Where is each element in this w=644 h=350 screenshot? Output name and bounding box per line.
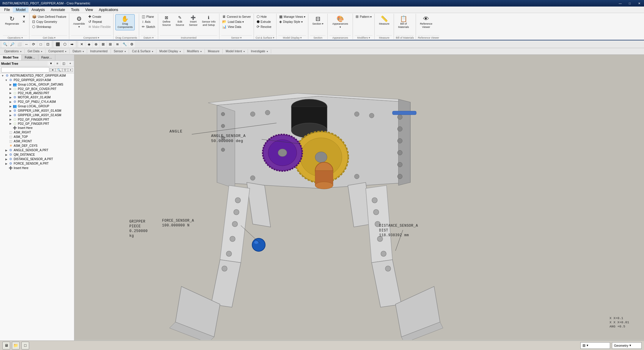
close-button[interactable]: ✕: [634, 0, 644, 7]
expand-hub[interactable]: ▶: [8, 92, 12, 94]
hole-button[interactable]: ⬡ Hole: [256, 14, 272, 19]
edit-source-button[interactable]: ✎ EditSource: [173, 14, 186, 28]
section-label-sensor[interactable]: Sensor ▾: [111, 49, 129, 53]
expand-qm[interactable]: ▶: [4, 153, 8, 156]
copy-geometry-button[interactable]: ⊡ Copy Geometry: [31, 19, 67, 24]
section-label-get-data[interactable]: Get Data ▾: [25, 49, 45, 53]
tree-item-force-sensor[interactable]: ▶ ⚙ FORCE_SENSOR_A.PRT: [0, 161, 74, 166]
datum-display-btn[interactable]: ⊕: [93, 41, 99, 48]
drag-components-button[interactable]: ✋ DragComponents: [115, 14, 135, 30]
plane-button[interactable]: ◫ Plane: [141, 14, 156, 19]
sidebar-tab-favorites[interactable]: Favor…: [38, 55, 55, 60]
section-label-modifiers[interactable]: Modifiers ▾: [184, 49, 205, 53]
tree-item-asm-csys[interactable]: ✳ ASM_DEF_CSYS: [0, 144, 74, 148]
tree-item-pneu[interactable]: ▶ ⚙ PD2_GP_PNEU_CYL4.ASM: [0, 100, 74, 104]
wireframe-btn[interactable]: ⊡: [45, 41, 51, 48]
tree-item-hub[interactable]: ▶ □ PD2_HUB_AM250.PRT: [0, 91, 74, 95]
tree-item-box-cover[interactable]: ▶ □ PD2_GP_BOX_COVER.PRT: [0, 87, 74, 91]
connect-to-server-button[interactable]: 🖥 Connect to Server: [221, 14, 252, 19]
repeat-button[interactable]: ↺ Repeat: [87, 19, 112, 24]
component-display-btn[interactable]: ⊞: [107, 41, 114, 48]
section-label-operations[interactable]: Operations ▾: [1, 49, 25, 53]
minimize-button[interactable]: —: [615, 0, 625, 7]
pan-btn[interactable]: ↔: [23, 41, 30, 48]
tree-item-finger1[interactable]: ▶ □ PD2_GP_FINGER.PRT: [0, 117, 74, 122]
create-button[interactable]: ✚ Create: [87, 14, 112, 19]
status-btn-folder[interactable]: 📁: [12, 342, 20, 349]
status-btn-window[interactable]: □: [21, 342, 29, 349]
manage-views-button[interactable]: ▦ Manage Views ▾: [278, 14, 306, 19]
shaded-btn[interactable]: ⬛: [54, 41, 61, 48]
settings-btn[interactable]: ⚙: [128, 41, 135, 48]
user-defined-feature-button[interactable]: 📦 User-Defined Feature: [31, 14, 67, 19]
view-data-button[interactable]: 📊 View Data: [221, 24, 252, 29]
camera-dropdown[interactable]: ▥ ▾: [580, 342, 610, 349]
section-label-component[interactable]: Component ▾: [45, 49, 70, 53]
menu-annotate[interactable]: Annotate: [48, 7, 68, 12]
expand-link1[interactable]: ▶: [8, 109, 12, 112]
tree-item-angle-sensor[interactable]: ▶ ⚙ ANGLE_SENSOR_A.PRT: [0, 148, 74, 152]
section-label-model-display[interactable]: Model Display ▾: [156, 49, 184, 53]
no-hidden-btn[interactable]: ➡: [69, 41, 75, 48]
expand-box[interactable]: ▶: [8, 87, 12, 90]
expand-distance[interactable]: ▶: [4, 158, 8, 161]
axis-button[interactable]: ↕ Axis: [141, 19, 156, 24]
sketch-button[interactable]: ✏ Sketch: [141, 24, 156, 29]
model-tree[interactable]: ▼ ⚙ INSTRUMENTED_PBOT_GRIPPER.ASM ▼ ⚙ PD…: [0, 73, 74, 340]
menu-tools[interactable]: Tools: [68, 7, 82, 12]
expand-datums[interactable]: ▶: [8, 83, 12, 86]
expand-local[interactable]: ▶: [8, 105, 12, 108]
tree-item-qm-distance[interactable]: ▶ ⚙ QM_DISTANCE: [0, 152, 74, 157]
regenerate-button[interactable]: ↻ Regenerate: [3, 14, 21, 27]
section-label-cut-surface[interactable]: Cut & Surface ▾: [129, 49, 156, 53]
appearances-button[interactable]: 🎨 Appearances ▾: [329, 14, 351, 30]
rotate-btn[interactable]: ⟳: [30, 41, 37, 48]
make-flexible-button[interactable]: ≋ Make Flexible: [87, 24, 112, 29]
window-controls[interactable]: — □ ✕: [615, 0, 644, 7]
menu-view[interactable]: View: [82, 7, 96, 12]
pattern-button[interactable]: ⊞ Pattern ▾: [355, 14, 373, 19]
extrude-button[interactable]: ⬢ Extrude: [256, 19, 272, 24]
expand-finger1[interactable]: ▶: [8, 118, 12, 121]
display-style-btn2[interactable]: ◈: [86, 41, 92, 48]
assemble-button[interactable]: ⚙ Assemble ▼: [71, 14, 87, 30]
tree-columns-btn[interactable]: ≡: [55, 61, 60, 66]
tree-filter-btn2[interactable]: ▽: [62, 68, 68, 72]
tree-item-asm-front[interactable]: ◫ ASM_FRONT: [0, 139, 74, 144]
constraints-btn[interactable]: ≋: [114, 41, 121, 48]
tree-item-root[interactable]: ▼ ⚙ INSTRUMENTED_PBOT_GRIPPER.ASM: [0, 73, 74, 78]
tree-settings-btn[interactable]: ▼: [48, 61, 54, 66]
menu-model[interactable]: Model: [13, 7, 29, 12]
define-source-button[interactable]: ⊠ DefineSource: [160, 14, 173, 28]
tree-search-button[interactable]: ✕: [50, 68, 55, 72]
status-btn-monitor[interactable]: 🖥: [2, 342, 10, 349]
menu-analysis[interactable]: Analysis: [29, 7, 48, 12]
tree-add-btn2[interactable]: +: [68, 68, 73, 72]
section-label-measure[interactable]: Measure: [205, 49, 223, 53]
display-style-button[interactable]: ◈ Display Style ▾: [278, 19, 306, 24]
tree-item-gripper-link1[interactable]: ▶ ⚙ GRIPPER_LINK_ASSY_01.ASM: [0, 108, 74, 113]
zoom-in-btn[interactable]: 🔍: [2, 41, 8, 48]
annotation-btn[interactable]: ⊠: [100, 41, 106, 48]
perspective-btn[interactable]: ✕: [78, 41, 85, 48]
tree-filter-btn[interactable]: ◫: [61, 61, 67, 66]
model-notes-btn[interactable]: 🔧: [121, 41, 128, 48]
menu-file[interactable]: File: [1, 7, 13, 12]
stop-regen[interactable]: ✕: [21, 19, 27, 24]
section-label-investigate[interactable]: Investigate ▾: [248, 49, 271, 53]
load-data-button[interactable]: 📂 Load Data ▾: [221, 19, 252, 24]
expand-force[interactable]: ▶: [4, 162, 8, 165]
tree-search-magnify[interactable]: 🔍: [56, 68, 62, 72]
tree-item-group-datums[interactable]: ▶ 👥 Group LOCAL_GROUP_DATUMS: [0, 82, 74, 87]
section-label-datum[interactable]: Datum ▾: [70, 49, 87, 53]
geometry-dropdown[interactable]: Geometry ▾: [612, 342, 642, 349]
tree-add-btn[interactable]: +: [67, 61, 73, 66]
tree-item-local-group[interactable]: ▶ 👥 Group LOCAL_GROUP: [0, 104, 74, 108]
tree-item-asm-top[interactable]: ◫ ASM_TOP: [0, 135, 74, 139]
tree-search-input[interactable]: [1, 67, 49, 72]
regenerate-options[interactable]: ▼: [21, 14, 27, 19]
tree-item-finger2[interactable]: ▶ □ PD2_GP_FINGER.PRT: [0, 122, 74, 126]
expand-root[interactable]: ▼: [1, 74, 5, 77]
section-button[interactable]: ⊟ Section ▾: [310, 14, 326, 27]
hidden-lines-btn[interactable]: ⬡: [62, 41, 68, 48]
